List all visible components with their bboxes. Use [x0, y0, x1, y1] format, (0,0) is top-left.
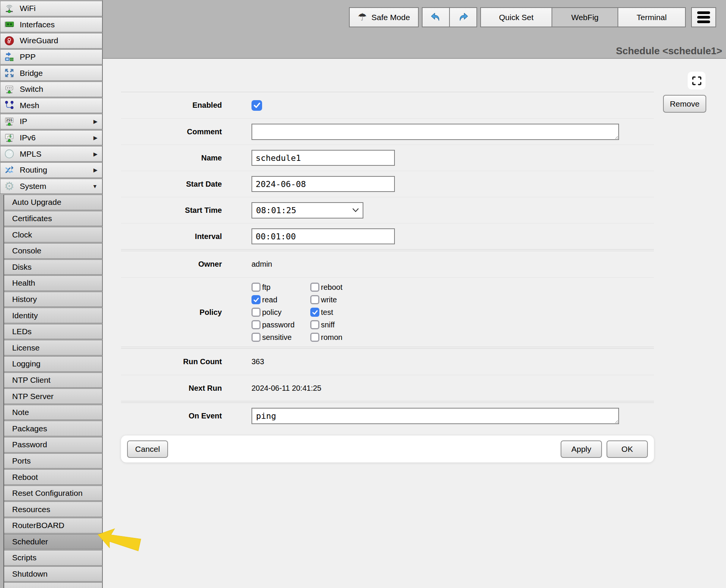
apply-button[interactable]: Apply [561, 440, 602, 458]
ok-button[interactable]: OK [607, 440, 648, 458]
fullscreen-button[interactable] [688, 72, 706, 90]
sidebar-item-scripts[interactable]: Scripts [4, 550, 102, 566]
sidebar-item-ntp-client[interactable]: NTP Client [4, 373, 102, 388]
policy-item-test[interactable]: test [310, 308, 379, 317]
policy-item-policy[interactable]: policy [251, 308, 310, 317]
undo-icon [430, 11, 442, 24]
next-run-label: Next Run [121, 384, 222, 393]
sidebar-item-reset-configuration[interactable]: Reset Configuration [4, 486, 102, 501]
start-date-input[interactable] [251, 176, 395, 192]
sidebar-item-leds[interactable]: LEDs [4, 324, 102, 340]
enabled-checkbox[interactable] [251, 100, 262, 111]
policy-checkbox-password[interactable] [251, 320, 261, 329]
cancel-button[interactable]: Cancel [127, 440, 168, 458]
policy-item-romon[interactable]: romon [310, 333, 379, 342]
sidebar-item-label: MPLS [20, 149, 41, 159]
policy-item-ftp[interactable]: ftp [251, 283, 310, 292]
sidebar-item-label: Routing [20, 165, 47, 175]
sidebar-item-scheduler[interactable]: Scheduler [4, 534, 102, 550]
sidebar-item-routerboard[interactable]: RouterBOARD [4, 518, 102, 533]
policy-checkbox-romon[interactable] [310, 333, 319, 342]
sidebar-item-note[interactable]: Note [4, 405, 102, 420]
sidebar-item-packages[interactable]: Packages [4, 421, 102, 436]
sidebar-item-label: Auto Upgrade [12, 198, 61, 207]
interval-input[interactable] [251, 228, 395, 244]
sidebar-item-ntp-server[interactable]: NTP Server [4, 388, 102, 404]
hamburger-icon [697, 11, 710, 14]
policy-label: sensitive [262, 333, 292, 342]
start-time-select[interactable]: 08:01:25 [251, 202, 363, 219]
on-event-input[interactable]: ping [251, 408, 619, 424]
policy-checkbox-reboot[interactable] [310, 283, 319, 292]
tab-terminal[interactable]: Terminal [618, 7, 686, 27]
sidebar-item-switch[interactable]: Switch [0, 82, 102, 97]
sidebar-item-label: Disks [12, 263, 31, 272]
sidebar-item-label: Password [12, 440, 47, 449]
sidebar-item-resources[interactable]: Resources [4, 502, 102, 517]
sidebar-item-ip[interactable]: 255IP▶ [0, 114, 102, 129]
policy-checkbox-read[interactable] [251, 295, 261, 304]
sidebar-item-logging[interactable]: Logging [4, 356, 102, 372]
webfig-label: WebFig [571, 13, 599, 22]
sidebar-item-bridge[interactable]: Bridge [0, 65, 102, 81]
policy-checkbox-ftp[interactable] [251, 283, 261, 292]
sidebar-item-health[interactable]: Health [4, 275, 102, 291]
sidebar-item-ppp[interactable]: PPP [0, 49, 102, 65]
sidebar-item-routing[interactable]: Routing▶ [0, 162, 102, 178]
policy-item-sensitive[interactable]: sensitive [251, 333, 310, 342]
sidebar-item-ipv6[interactable]: ✓6IPv6▶ [0, 130, 102, 146]
policy-checkbox-sensitive[interactable] [251, 333, 261, 342]
sidebar-item-wifi[interactable]: WiFi [0, 1, 102, 16]
tab-webfig[interactable]: WebFig [552, 7, 618, 27]
sidebar-item-wireguard[interactable]: WireGuard [0, 33, 102, 49]
schedule-form: Enabled Comment Name Start Date [121, 92, 654, 462]
sidebar-item-label: NTP Client [12, 376, 50, 385]
sidebar-item-certificates[interactable]: Certificates [4, 211, 102, 226]
sidebar-item-history[interactable]: History [4, 292, 102, 307]
policy-checkbox-policy[interactable] [251, 308, 261, 317]
tab-quick-set[interactable]: Quick Set [480, 7, 552, 27]
sidebar-item-partial[interactable] [4, 582, 102, 588]
sidebar-item-system[interactable]: ⚙System▼ [0, 179, 102, 194]
mesh-icon [4, 100, 15, 111]
policy-item-reboot[interactable]: reboot [310, 283, 379, 292]
sidebar-item-password[interactable]: Password [4, 437, 102, 453]
sidebar-item-disks[interactable]: Disks [4, 259, 102, 275]
quick-set-label: Quick Set [499, 13, 533, 22]
safe-mode-button[interactable]: ☂ Safe Mode [349, 7, 419, 27]
policy-checkbox-write[interactable] [310, 295, 319, 304]
sidebar-item-mesh[interactable]: Mesh [0, 98, 102, 113]
sidebar-item-clock[interactable]: Clock [4, 227, 102, 242]
sidebar-item-reboot[interactable]: Reboot [4, 469, 102, 485]
policy-label: reboot [321, 283, 343, 292]
form-group-stats: Run Count 363 Next Run 2024-06-11 20:41:… [121, 348, 654, 401]
sidebar-item-interfaces[interactable]: Interfaces [0, 17, 102, 33]
policy-item-read[interactable]: read [251, 295, 310, 304]
policy-checkbox-sniff[interactable] [310, 320, 319, 329]
remove-button[interactable]: Remove [663, 95, 706, 113]
sidebar-item-label: Resources [12, 505, 50, 514]
header-bar: ☂ Safe Mode Quick Set WebFig Terminal [103, 0, 726, 59]
policy-item-password[interactable]: password [251, 320, 310, 329]
sidebar-item-label: System [20, 182, 46, 191]
sidebar-item-identity[interactable]: Identity [4, 308, 102, 323]
sidebar-item-label: Note [12, 408, 29, 417]
policy-item-sniff[interactable]: sniff [310, 320, 379, 329]
name-input[interactable] [251, 150, 395, 166]
sidebar-item-label: Bridge [20, 69, 43, 78]
gear-icon: ⚙ [4, 181, 15, 192]
sidebar-item-shutdown[interactable]: Shutdown [4, 566, 102, 582]
sidebar-item-label: License [12, 343, 39, 352]
policy-item-write[interactable]: write [310, 295, 379, 304]
policy-checkbox-test[interactable] [310, 308, 319, 317]
sidebar-item-console[interactable]: Console [4, 243, 102, 259]
sidebar-item-license[interactable]: License [4, 340, 102, 355]
sidebar-item-label: Scheduler [12, 537, 48, 546]
sidebar-item-auto-upgrade[interactable]: Auto Upgrade [4, 195, 102, 210]
undo-button[interactable] [422, 7, 450, 27]
redo-button[interactable] [449, 7, 477, 27]
sidebar-item-ports[interactable]: Ports [4, 453, 102, 469]
sidebar-item-mpls[interactable]: MPLS▶ [0, 146, 102, 162]
menu-button[interactable] [691, 7, 716, 27]
comment-input[interactable] [251, 124, 619, 140]
